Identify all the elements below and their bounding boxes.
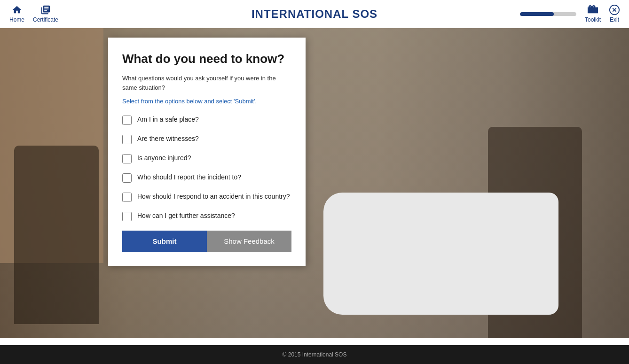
checkbox-respond[interactable] (122, 193, 132, 202)
exit-nav[interactable]: Exit (609, 5, 620, 23)
checkbox-assistance[interactable] (122, 212, 132, 221)
card-instruction: Select from the options below and select… (122, 98, 291, 105)
checkbox-item-2[interactable]: Are there witnesses? (122, 134, 291, 144)
checkbox-label-1: Am I in a safe place? (137, 115, 199, 124)
certificate-icon (40, 5, 51, 15)
home-nav[interactable]: Home (9, 5, 24, 23)
home-label: Home (9, 16, 24, 23)
exit-icon (609, 5, 620, 15)
header-nav-left: Home Certificate (9, 5, 58, 23)
background-area (0, 28, 629, 338)
checkbox-item-3[interactable]: Is anyone injured? (122, 154, 291, 163)
footer: © 2015 International SOS (0, 345, 629, 364)
checkbox-label-3: Is anyone injured? (137, 154, 191, 163)
toolkit-label: Toolkit (585, 16, 601, 23)
app-title: INTERNATIONAL SOS (252, 8, 377, 21)
checkbox-injured[interactable] (122, 154, 132, 163)
progress-bar-container (520, 12, 576, 16)
copyright-text: © 2015 International SOS (283, 351, 347, 358)
silhouette-left (14, 146, 99, 324)
checkbox-label-6: How can I get further assistance? (137, 211, 235, 221)
card-title: What do you need to know? (122, 52, 291, 66)
checkbox-label-2: Are there witnesses? (137, 134, 199, 144)
checkbox-safe-place[interactable] (122, 116, 132, 125)
button-row: Submit Show Feedback (122, 231, 291, 252)
checkbox-item-4[interactable]: Who should I report the incident to? (122, 173, 291, 183)
content-card: What do you need to know? What questions… (108, 38, 306, 266)
card-description: What questions would you ask yourself if… (122, 74, 291, 92)
checkbox-item-1[interactable]: Am I in a safe place? (122, 115, 291, 125)
certificate-nav[interactable]: Certificate (33, 5, 58, 23)
checkbox-label-5: How should I respond to an accident in t… (137, 192, 290, 201)
home-icon (12, 5, 22, 15)
car-shape (323, 193, 558, 315)
toolkit-icon (588, 5, 598, 15)
progress-bar-fill (520, 12, 554, 16)
checkbox-list: Am I in a safe place? Are there witnesse… (122, 115, 291, 221)
exit-label: Exit (610, 16, 619, 23)
checkbox-witnesses[interactable] (122, 135, 132, 144)
checkbox-item-6[interactable]: How can I get further assistance? (122, 211, 291, 221)
certificate-label: Certificate (33, 16, 58, 23)
toolkit-nav[interactable]: Toolkit (585, 5, 601, 23)
header: Home Certificate INTERNATIONAL SOS Toolk… (0, 0, 629, 28)
show-feedback-button[interactable]: Show Feedback (207, 231, 291, 252)
checkbox-label-4: Who should I report the incident to? (137, 173, 241, 182)
checkbox-report[interactable] (122, 173, 132, 183)
header-nav-right: Toolkit Exit (520, 5, 620, 23)
submit-button[interactable]: Submit (122, 231, 207, 252)
checkbox-item-5[interactable]: How should I respond to an accident in t… (122, 192, 291, 202)
